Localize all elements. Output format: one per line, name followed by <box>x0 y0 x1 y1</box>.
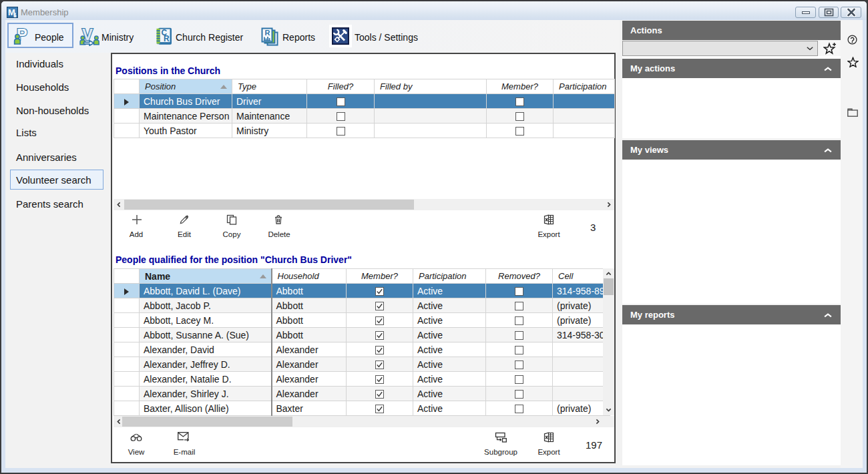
svg-text:R: R <box>164 34 170 43</box>
svg-text:R: R <box>265 29 270 37</box>
